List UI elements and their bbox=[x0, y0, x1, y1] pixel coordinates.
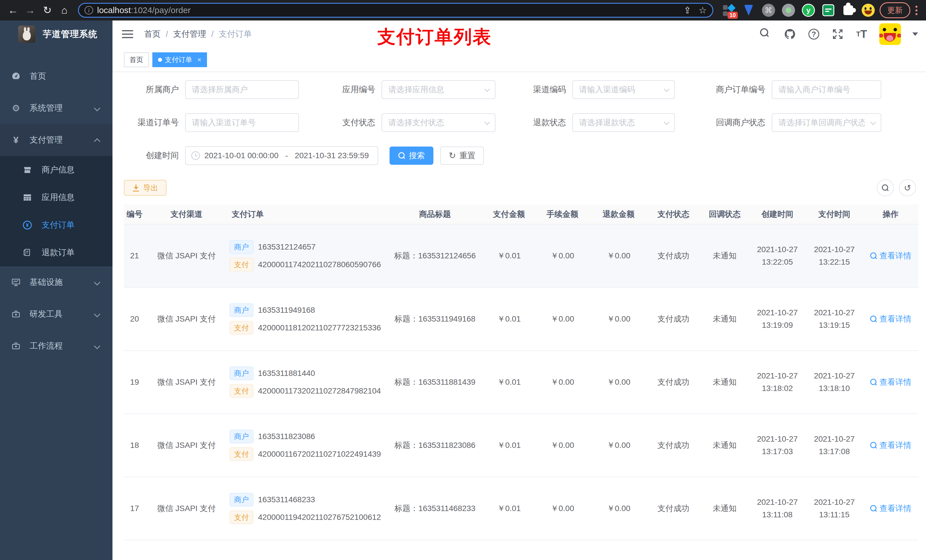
github-icon[interactable] bbox=[784, 28, 796, 41]
font-size-icon[interactable]: TT bbox=[855, 28, 868, 41]
avatar-caret-icon[interactable] bbox=[912, 32, 918, 36]
filter-label: 应用编号 bbox=[310, 84, 381, 95]
user-avatar[interactable] bbox=[879, 23, 901, 45]
view-detail-link[interactable]: 查看详情 bbox=[870, 377, 911, 388]
magnifier-icon bbox=[870, 252, 877, 260]
pay-tag: 支付 bbox=[230, 510, 253, 524]
fullscreen-icon[interactable] bbox=[831, 28, 844, 41]
yen-circle-icon: ¥ bbox=[22, 220, 32, 230]
svg-text:¥: ¥ bbox=[26, 222, 29, 228]
sidebar-item-system[interactable]: ⚙ 系统管理 bbox=[0, 92, 112, 124]
sidebar-item-infra[interactable]: 基础设施 bbox=[0, 266, 112, 298]
table-row: 21 微信 JSAPI 支付 商户1635312124657 支付4200001… bbox=[124, 224, 918, 287]
table-row-partial: 商户1635311254796 bbox=[124, 540, 918, 560]
reset-button[interactable]: ↻ 重置 bbox=[440, 146, 484, 165]
sidebar-item-payorder[interactable]: ¥ 支付订单 bbox=[0, 211, 112, 239]
callback-status-select[interactable] bbox=[772, 113, 881, 132]
merchant-tag: 商户 bbox=[230, 367, 253, 380]
sidebar-logo[interactable]: 芋道管理系统 bbox=[0, 21, 112, 48]
sidebar-item-appinfo[interactable]: 应用信息 bbox=[0, 184, 112, 211]
breadcrumb-home[interactable]: 首页 bbox=[144, 29, 160, 40]
toggle-search-button[interactable] bbox=[877, 179, 894, 196]
forward-icon[interactable]: → bbox=[23, 3, 38, 18]
bookmark-star-icon[interactable]: ☆ bbox=[699, 5, 707, 16]
site-info-icon[interactable]: i bbox=[85, 6, 93, 15]
channel-code-select[interactable] bbox=[572, 80, 675, 99]
pay-tag: 支付 bbox=[230, 384, 253, 398]
pay-status-select[interactable] bbox=[381, 113, 495, 132]
app-select[interactable] bbox=[381, 80, 495, 99]
puzzle-extension-icon[interactable] bbox=[841, 3, 856, 18]
sidebar-item-devtool[interactable]: 研发工具 bbox=[0, 298, 112, 330]
search-icon[interactable] bbox=[760, 28, 772, 41]
grid-icon bbox=[22, 193, 32, 202]
merchant-select[interactable] bbox=[185, 80, 299, 99]
toolbox-icon bbox=[10, 341, 22, 350]
sidebar-item-merchant[interactable]: 商户信息 bbox=[0, 156, 112, 184]
help-icon[interactable]: ? bbox=[808, 28, 820, 41]
monitor-chart-icon bbox=[10, 278, 22, 287]
page-annotation: 支付订单列表 bbox=[377, 24, 492, 49]
close-icon[interactable]: × bbox=[197, 56, 201, 64]
sidebar-item-workflow[interactable]: 工作流程 bbox=[0, 330, 112, 362]
url-bar[interactable]: i localhost:1024/pay/order ⇪ ☆ bbox=[78, 3, 713, 18]
created-time-range-picker[interactable]: 2021-10-01 00:00:00 - 2021-10-31 23:59:5… bbox=[185, 146, 378, 165]
magnifier-icon bbox=[870, 442, 877, 449]
filter-label: 渠道编码 bbox=[507, 84, 572, 95]
tag-payorder[interactable]: 支付订单 × bbox=[152, 52, 207, 67]
breadcrumb: 首页 / 支付管理 / 支付订单 bbox=[144, 29, 252, 40]
sidebar-item-refund[interactable]: 退款订单 bbox=[0, 239, 112, 266]
filter-label: 回调商户状态 bbox=[686, 117, 772, 128]
tags-view-bar: 首页 支付订单 × bbox=[112, 48, 926, 72]
search-button[interactable]: 搜索 bbox=[390, 146, 433, 165]
widget-extension-icon[interactable]: 10 bbox=[721, 3, 736, 18]
table-row: 20 微信 JSAPI 支付 商户1635311949168 支付4200001… bbox=[124, 287, 918, 350]
export-button[interactable]: 导出 bbox=[124, 180, 166, 196]
table-row: 17 微信 JSAPI 支付 商户1635311468233 支付4200001… bbox=[124, 477, 918, 540]
sidebar-item-home[interactable]: 首页 bbox=[0, 60, 112, 92]
chevron-down-icon bbox=[94, 311, 100, 318]
merchant-tag: 商户 bbox=[230, 493, 253, 507]
command-extension-icon[interactable]: ⌘ bbox=[761, 3, 776, 18]
active-dot-icon bbox=[158, 58, 162, 62]
share-icon[interactable]: ⇪ bbox=[684, 5, 691, 16]
chevron-up-icon bbox=[94, 138, 100, 145]
channel-order-no-input[interactable] bbox=[185, 113, 299, 132]
view-detail-link[interactable]: 查看详情 bbox=[870, 440, 911, 451]
view-detail-link[interactable]: 查看详情 bbox=[870, 503, 911, 514]
chevron-down-icon bbox=[94, 105, 100, 112]
chevron-down-icon bbox=[94, 343, 100, 349]
merchant-order-no-input[interactable] bbox=[772, 80, 881, 99]
filter-label: 支付状态 bbox=[310, 117, 381, 128]
browser-menu-icon[interactable] bbox=[912, 6, 920, 15]
home-icon[interactable]: ⌂ bbox=[57, 3, 72, 18]
app-title: 芋道管理系统 bbox=[43, 28, 97, 40]
y-extension-icon[interactable]: y bbox=[801, 3, 816, 18]
merchant-tag: 商户 bbox=[230, 240, 253, 254]
sidebar-toggle-icon[interactable] bbox=[122, 30, 133, 38]
chat-extension-icon[interactable] bbox=[821, 3, 836, 18]
reload-icon[interactable]: ↻ bbox=[40, 3, 54, 18]
record-extension-icon[interactable] bbox=[781, 3, 796, 18]
merchant-tag: 商户 bbox=[230, 303, 253, 317]
refund-status-select[interactable] bbox=[572, 113, 675, 132]
view-detail-link[interactable]: 查看详情 bbox=[870, 251, 911, 261]
refresh-table-button[interactable]: ↺ bbox=[899, 179, 916, 196]
breadcrumb-pay[interactable]: 支付管理 bbox=[173, 29, 206, 40]
breadcrumb-current: 支付订单 bbox=[219, 29, 252, 40]
pay-tag: 支付 bbox=[230, 321, 253, 335]
pay-tag: 支付 bbox=[230, 258, 253, 272]
emoji-extension-icon[interactable] bbox=[861, 3, 876, 18]
tag-home[interactable]: 首页 bbox=[124, 52, 149, 67]
browser-update-button[interactable]: 更新 bbox=[879, 2, 910, 18]
kite-extension-icon[interactable] bbox=[741, 3, 756, 18]
view-detail-link[interactable]: 查看详情 bbox=[870, 314, 911, 325]
top-navbar: 首页 / 支付管理 / 支付订单 支付订单列表 ? TT bbox=[112, 21, 926, 48]
chevron-down-icon bbox=[94, 279, 100, 286]
browser-toolbar: ← → ↻ ⌂ i localhost:1024/pay/order ⇪ ☆ 1… bbox=[0, 0, 926, 21]
table-row: 18 微信 JSAPI 支付 商户1635311823086 支付4200001… bbox=[124, 414, 918, 477]
back-icon[interactable]: ← bbox=[6, 3, 21, 18]
sidebar-item-pay[interactable]: ¥ 支付管理 bbox=[0, 124, 112, 156]
magnifier-icon bbox=[870, 379, 877, 386]
clock-icon bbox=[191, 151, 200, 160]
